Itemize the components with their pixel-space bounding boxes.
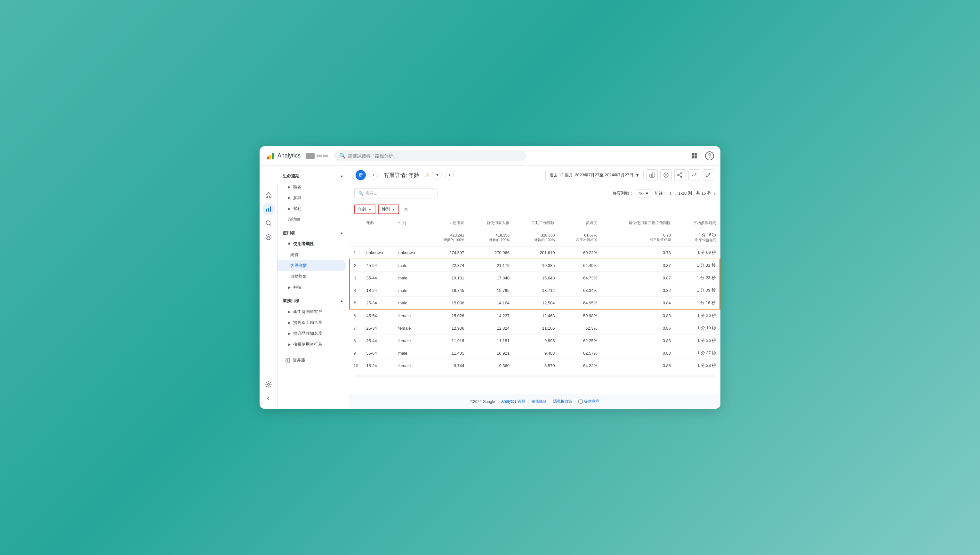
date-range-selector[interactable]: 過去 12 個月 2023年7月27至 2024年7月27日 ▼ xyxy=(545,170,644,180)
table-cell: 59.98% xyxy=(558,309,601,322)
sidebar-item-user-attributes[interactable]: ▶ 使用者屬性 xyxy=(277,239,346,249)
sidebar-item-audiences[interactable]: 目標對象 xyxy=(277,271,346,282)
table-search[interactable]: 🔍 搜尋... xyxy=(354,188,438,199)
table-cell: 0.83 xyxy=(601,347,675,359)
svg-point-11 xyxy=(266,234,271,240)
table-cell: 0.88 xyxy=(601,359,675,372)
account-selector[interactable] xyxy=(303,151,330,160)
sidebar-icon-settings[interactable] xyxy=(262,378,275,391)
trending-icon[interactable] xyxy=(688,169,700,181)
acquire-chevron: ▶ xyxy=(288,184,290,189)
next-page-icon[interactable]: › xyxy=(714,191,715,196)
add-segment-button[interactable]: + xyxy=(369,171,378,180)
svg-rect-2 xyxy=(272,153,274,159)
sidebar-item-tech[interactable]: ▶ 科技 xyxy=(277,282,346,293)
svg-line-24 xyxy=(679,175,681,177)
svg-rect-8 xyxy=(268,208,269,212)
table-row: 955-64male11,40510,9219,48362.57%0.831 分… xyxy=(350,347,720,359)
table-row: 645-54female15,02614,23712,46359.98%0.83… xyxy=(350,309,720,322)
users-section-header[interactable]: 使用者 ▲ xyxy=(277,228,349,239)
svg-point-18 xyxy=(664,173,668,177)
main-layout: 生命週期 ▲ ▶ 獲客 ▶ 參與 ▶ 營利 回訪率 xyxy=(260,165,720,409)
prev-page-icon[interactable]: ‹ xyxy=(674,191,675,196)
table-cell: 1 分 19 秒 xyxy=(675,322,720,334)
table-cell: 10 xyxy=(350,359,362,372)
sidebar-item-gen-leads[interactable]: ▶ 產生待開發客戶 xyxy=(277,306,346,317)
copyright: ©2024 Google xyxy=(470,399,495,404)
lifecycle-section-header[interactable]: 生命週期 ▲ xyxy=(277,171,349,181)
dim-chip-age[interactable]: 年齡 ▼ xyxy=(354,205,375,214)
sidebar-item-monitor-behavior[interactable]: ▶ 檢視使用者行為 xyxy=(277,339,346,350)
sidebar-item-return-rate[interactable]: 回訪率 xyxy=(277,214,346,225)
table-cell: 3 xyxy=(350,272,362,284)
th-new-users[interactable]: 新使用者人數 xyxy=(468,217,513,229)
lifecycle-chevron: ▲ xyxy=(340,174,344,178)
help-icon[interactable]: ? xyxy=(705,151,714,160)
edit-icon[interactable] xyxy=(703,169,714,181)
chevron-dropdown[interactable]: ▼ xyxy=(433,171,442,180)
sidebar-item-acquire[interactable]: ▶ 獲客 xyxy=(277,181,346,192)
table-body: 1unknownunknown274,597270,966201,61060.2… xyxy=(350,246,720,372)
return-rate-label: 回訪率 xyxy=(288,217,300,223)
table-cell: 15,026 xyxy=(427,309,468,322)
sidebar-item-demographics[interactable]: 客層詳情 xyxy=(277,260,346,271)
business-section-header[interactable]: 業務目標 ▲ xyxy=(277,295,349,306)
compare-icon[interactable] xyxy=(646,169,658,181)
svg-point-22 xyxy=(678,175,679,176)
clear-filters-button[interactable]: ✕ xyxy=(402,205,411,214)
table-cell: 1 分 26 秒 xyxy=(675,334,720,347)
sidebar-item-overview[interactable]: 總覽 xyxy=(277,249,346,260)
grid-icon[interactable] xyxy=(688,150,700,162)
table-cell: 1 分 31 秒 xyxy=(675,259,720,272)
sidebar-item-engage[interactable]: ▶ 參與 xyxy=(277,192,346,203)
sidebar-icon-reports[interactable] xyxy=(262,203,275,215)
dim2-chevron: ▼ xyxy=(392,208,395,211)
sidebar-content: 生命週期 ▲ ▶ 獲客 ▶ 參與 ▶ 營利 回訪率 xyxy=(277,165,349,402)
search-bar[interactable]: 🔍 xyxy=(334,150,526,161)
svg-rect-1 xyxy=(269,155,271,159)
table-cell: 14,237 xyxy=(468,309,513,322)
dim-chip-gender[interactable]: 性別 ▼ xyxy=(378,205,399,214)
table-cell: 8,570 xyxy=(513,359,558,372)
th-sessions[interactable]: 互動工作階段 xyxy=(513,217,558,229)
table-toolbar: 🔍 搜尋... 每頁列數： 10 ▼ 前往： 1 ‹ 1-10 列，共 15 列 xyxy=(349,185,720,202)
footer-link-terms[interactable]: 服務條款 xyxy=(531,399,547,404)
page-title: 客層詳情: 年齡 xyxy=(384,172,419,179)
th-avg-time[interactable]: 平均參與時間 xyxy=(675,217,720,229)
sidebar-icon-advertising[interactable] xyxy=(262,231,275,244)
logo-area: Analytics xyxy=(266,151,330,160)
sidebar-icon-home[interactable] xyxy=(262,189,275,201)
gen-leads-label: 產生待開發客戶 xyxy=(293,309,322,314)
sidebar-item-brand-awareness[interactable]: ▶ 提升品牌知名度 xyxy=(277,328,346,339)
share-icon[interactable] xyxy=(674,169,686,181)
th-engagement[interactable]: 參與度 xyxy=(558,217,601,229)
table-cell: 2 xyxy=(350,259,362,272)
sidebar-item-increase-sales[interactable]: ▶ 提高線上銷售量 xyxy=(277,317,346,328)
th-spu[interactable]: 每位使用者互動工作階段 xyxy=(601,217,675,229)
svg-rect-7 xyxy=(266,209,267,212)
rows-per-page-select[interactable]: 10 ▼ xyxy=(636,189,652,197)
feedback-icon xyxy=(578,399,583,404)
sidebar-icon-collapse[interactable] xyxy=(262,392,275,405)
table-cell: 11,405 xyxy=(427,347,468,359)
sidebar-icon-explore[interactable] xyxy=(262,217,275,229)
footer-link-analytics[interactable]: Analytics 首頁 xyxy=(501,399,525,404)
th-dim2: 性別 xyxy=(395,217,427,229)
tech-label: 科技 xyxy=(293,284,302,290)
insights-icon[interactable] xyxy=(660,169,672,181)
segment-button[interactable]: 所 xyxy=(356,170,366,180)
sidebar-item-library[interactable]: 資產庫 xyxy=(277,355,346,366)
footer-link-privacy[interactable]: 隱私權政策 xyxy=(553,399,572,404)
footer-link-feedback[interactable]: 提供意見 xyxy=(584,399,600,404)
header-actions: 過去 12 個月 2023年7月27至 2024年7月27日 ▼ xyxy=(545,169,714,181)
rows-dropdown-icon: ▼ xyxy=(645,191,649,196)
td-total-sessions: 328,653 總數的 100% xyxy=(513,229,558,247)
business-label: 業務目標 xyxy=(282,298,299,304)
svg-point-21 xyxy=(681,176,682,178)
add-page-button[interactable]: + xyxy=(445,171,454,180)
search-input[interactable] xyxy=(348,153,521,159)
table-cell: 1 分 09 秒 xyxy=(675,246,720,259)
scrollbar[interactable] xyxy=(354,374,715,378)
sidebar-item-monetize[interactable]: ▶ 營利 xyxy=(277,203,346,214)
th-users[interactable]: ↓ 使用者 xyxy=(427,217,468,229)
